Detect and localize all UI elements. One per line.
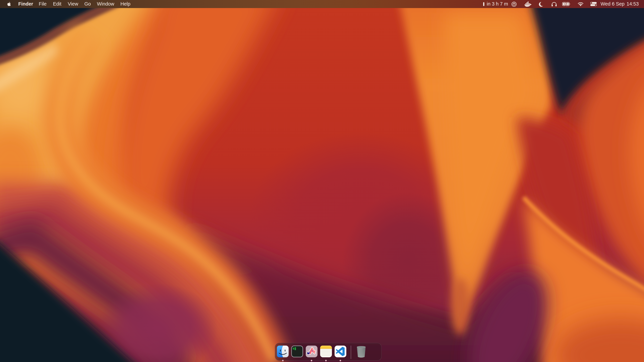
svg-text:$: $: [293, 348, 294, 350]
